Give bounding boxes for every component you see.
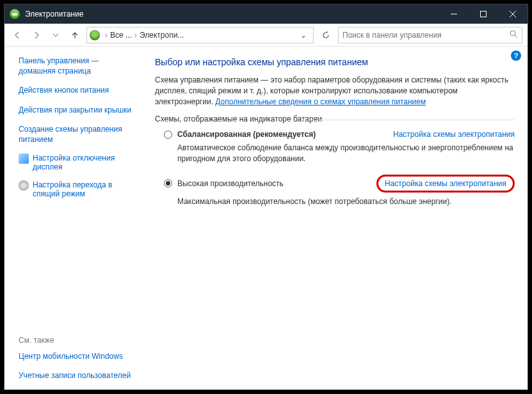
- highlight-callout: Настройка схемы электропитания: [376, 175, 515, 193]
- up-button[interactable]: [67, 28, 83, 43]
- display-off-icon: [19, 154, 29, 164]
- maximize-button[interactable]: [469, 4, 498, 24]
- plan-high-performance: Высокая производительность Настройка схе…: [164, 175, 515, 207]
- breadcrumb-icon: [90, 30, 100, 40]
- svg-line-5: [515, 35, 517, 38]
- breadcrumb[interactable]: › Все ... › Электропи... ⌄: [86, 27, 314, 43]
- intro-text: Схема управления питанием — это набор па…: [155, 75, 515, 107]
- search-placeholder: Поиск в панели управления: [343, 31, 442, 40]
- window-frame: Электропитание › Все ... › Электропи... …: [4, 4, 528, 390]
- page-title: Выбор или настройка схемы управления пит…: [155, 57, 515, 67]
- radio-balanced[interactable]: [164, 130, 172, 139]
- plan-balanced-name: Сбалансированная (рекомендуется): [177, 130, 316, 139]
- refresh-button[interactable]: [318, 27, 334, 43]
- app-icon: [10, 9, 20, 19]
- sidebar-link-sleep[interactable]: Настройка перехода в спящий режим: [33, 180, 136, 198]
- plan-balanced-settings-link[interactable]: Настройка схемы электропитания: [393, 130, 515, 139]
- sidebar-home-link[interactable]: Панель управления — домашняя страница: [19, 56, 136, 76]
- search-icon: [510, 30, 518, 40]
- minimize-button[interactable]: [439, 4, 469, 24]
- forward-button[interactable]: [29, 28, 44, 43]
- help-icon[interactable]: ?: [511, 51, 521, 61]
- plan-balanced-desc: Автоматическое соблюдение баланса между …: [177, 143, 515, 164]
- sidebar-link-display-off[interactable]: Настройка отключения дисплея: [33, 154, 136, 171]
- plan-high-name: Высокая производительность: [177, 179, 284, 188]
- breadcrumb-part[interactable]: Электропи...: [140, 31, 184, 40]
- breadcrumb-dropdown[interactable]: ⌄: [296, 31, 310, 40]
- nav-toolbar: › Все ... › Электропи... ⌄ Поиск в панел…: [4, 24, 528, 47]
- close-button[interactable]: [498, 4, 528, 24]
- sidebar: Панель управления — домашняя страница Де…: [4, 47, 142, 390]
- see-also-accounts[interactable]: Учетные записи пользователей: [19, 370, 136, 381]
- breadcrumb-part[interactable]: Все ...: [110, 31, 132, 40]
- svg-rect-1: [481, 12, 487, 17]
- sidebar-link-create-plan[interactable]: Создание схемы управления питанием: [19, 124, 136, 145]
- sidebar-link-lid-close[interactable]: Действия при закрытии крышки: [19, 105, 136, 115]
- radio-high-performance[interactable]: [164, 179, 172, 187]
- chevron-right-icon[interactable]: ›: [104, 31, 109, 40]
- plan-high-settings-link[interactable]: Настройка схемы электропитания: [385, 179, 506, 188]
- content-body: Панель управления — домашняя страница Де…: [4, 47, 528, 390]
- titlebar: Электропитание: [4, 4, 528, 24]
- window-title: Электропитание: [25, 10, 83, 19]
- plan-balanced: Сбалансированная (рекомендуется) Настрой…: [164, 130, 515, 164]
- main-content: ? Выбор или настройка схемы управления п…: [142, 47, 528, 390]
- plan-high-desc: Максимальная производительность (может п…: [177, 196, 515, 207]
- see-also-section: См. также Центр мобильности Windows Учет…: [19, 336, 136, 383]
- sleep-icon: [19, 180, 29, 191]
- see-also-header: См. также: [19, 336, 136, 345]
- back-button[interactable]: [10, 28, 25, 43]
- chevron-right-icon[interactable]: ›: [133, 31, 138, 40]
- search-input[interactable]: Поиск в панели управления: [338, 27, 522, 43]
- see-also-mobility[interactable]: Центр мобильности Windows: [19, 351, 136, 361]
- svg-point-4: [510, 31, 515, 36]
- recent-dropdown[interactable]: [48, 28, 63, 43]
- learn-more-link[interactable]: Дополнительные сведения о схемах управле…: [215, 97, 426, 106]
- sidebar-link-power-buttons[interactable]: Действия кнопок питания: [19, 85, 136, 95]
- plans-group-label: Схемы, отображаемые на индикаторе батаре…: [155, 114, 515, 123]
